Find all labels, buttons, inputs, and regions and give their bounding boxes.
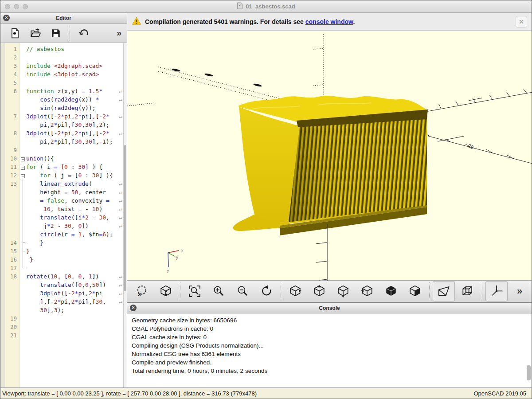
reset-view-button[interactable] [255, 281, 278, 301]
view-bottom-button[interactable] [332, 281, 354, 301]
line-number: 10 [0, 154, 20, 163]
view-front-button[interactable] [380, 281, 402, 301]
code-line[interactable]: 20 [0, 323, 123, 331]
view-perspective-button[interactable] [433, 281, 455, 301]
code-line[interactable]: 15} [0, 247, 123, 255]
view-orthogonal-icon [461, 285, 474, 298]
openscad-window: 01_asbestos.scad ✕ Editor » 1// asbestos… [0, 0, 532, 399]
show-axes-icon [490, 285, 503, 298]
editor-panel: ✕ Editor » 1// asbestos23include <2dgrap… [0, 13, 127, 387]
line-number: 19 [0, 314, 20, 323]
code-line[interactable]: = false, convexity =↵ [0, 196, 123, 205]
editor-toolbar-more-button[interactable]: » [117, 28, 122, 38]
view-top-button[interactable] [308, 281, 330, 301]
code-line[interactable]: 3dplot([-2*pi,2*pi↵ [0, 289, 123, 297]
zoom-out-button[interactable] [231, 281, 254, 301]
code-line[interactable]: 4include <3dplot.scad> [0, 70, 123, 78]
fold-column [20, 62, 26, 70]
save-file-button[interactable] [46, 25, 66, 41]
warning-banner: Compilation generated 5401 warnings. For… [127, 13, 532, 31]
console-window-link[interactable]: console window [305, 18, 353, 25]
code-line[interactable]: pi,2*pi],[30,30],2); [0, 121, 123, 129]
view-back-button[interactable] [404, 281, 426, 301]
code-line[interactable]: 30],3); [0, 306, 123, 314]
code-line[interactable]: pi,2*pi],[30,30],-1); [0, 137, 123, 146]
plot-axis-bottom [316, 224, 327, 281]
code-line[interactable]: 1// asbestos [0, 45, 123, 53]
code-line[interactable]: j*2 - 30, 0])↵ [0, 222, 123, 230]
zoom-in-button[interactable] [207, 281, 230, 301]
open-file-icon [30, 27, 41, 39]
code-line[interactable]: translate([0,0,50])↵ [0, 281, 123, 289]
3d-viewport[interactable]: 20 [127, 31, 532, 280]
line-number [0, 222, 20, 230]
view-toolbar: »» [127, 280, 532, 302]
zoom-window-button[interactable] [23, 4, 28, 9]
close-window-button[interactable] [5, 4, 10, 9]
view-orthogonal-button[interactable] [457, 281, 479, 301]
axis-x-label: x [181, 248, 184, 254]
minimize-window-button[interactable] [14, 4, 19, 9]
code-line[interactable]: 2 [0, 53, 123, 62]
fold-marker [20, 247, 26, 255]
code-line[interactable]: 12– for ( j = [0 : 30] ){ [0, 171, 123, 180]
view-toolbar-more-button[interactable]: » [509, 281, 531, 301]
code-line[interactable]: translate([i*2 - 30,↵ [0, 213, 123, 222]
line-number: 14 [0, 239, 20, 247]
code-line[interactable]: 5 [0, 78, 123, 87]
code-line[interactable]: height = 50, center↵ [0, 188, 123, 196]
fold-column [20, 314, 26, 323]
fold-column [20, 272, 26, 281]
code-line[interactable]: 17 [0, 264, 123, 272]
title-bar[interactable]: 01_asbestos.scad [0, 0, 532, 13]
console-panel: ✕ Console Geometry cache size in bytes: … [127, 302, 532, 387]
code-line[interactable]: 13 linear_extrude(↵ [0, 180, 123, 188]
view-right-button[interactable] [284, 281, 306, 301]
code-line[interactable]: 10, twist = - 10)↵ [0, 205, 123, 213]
console-close-icon[interactable]: ✕ [130, 305, 137, 311]
editor-scrollbar-thumb[interactable] [124, 145, 126, 291]
console-scrollbar[interactable] [527, 314, 531, 387]
code-line[interactable]: 21 [0, 331, 123, 340]
code-line[interactable]: 9 [0, 146, 123, 154]
code-line[interactable]: 83dplot([-2*pi,2*pi],[-2*↵ [0, 129, 123, 137]
axis-y-label: y [176, 254, 179, 260]
console-scrollbar-thumb[interactable] [527, 365, 531, 380]
editor-scrollbar[interactable] [123, 43, 127, 387]
animate-button[interactable]: » [131, 281, 153, 301]
new-file-button[interactable] [5, 25, 25, 41]
code-line[interactable]: 18rotate(10, [0, 0, 1])↵ [0, 272, 123, 281]
code-line[interactable]: 73dplot([-2*pi,2*pi],[-2*↵ [0, 112, 123, 121]
view-front-icon [384, 285, 398, 298]
code-line[interactable]: 16 } [0, 255, 123, 264]
code-line[interactable]: ],[-2*pi,2*pi],[30,↵ [0, 297, 123, 306]
code-line[interactable]: 19 [0, 314, 123, 323]
window-title: 01_asbestos.scad [246, 3, 295, 10]
banner-close-button[interactable]: ✕ [516, 16, 527, 27]
code-line[interactable]: 11–for ( i = [0 : 30] ) { [0, 163, 123, 171]
fold-column [20, 95, 26, 104]
show-axes-button[interactable] [485, 281, 508, 301]
fold-column [20, 87, 26, 95]
code-line[interactable]: circle(r = 1, $fn=6); [0, 230, 123, 239]
render-button[interactable] [155, 281, 177, 301]
code-line[interactable]: cos(rad2deg(x)) *↵ [0, 95, 123, 104]
open-file-button[interactable] [25, 25, 46, 41]
fold-marker[interactable]: – [20, 171, 26, 180]
fold-marker[interactable]: – [20, 163, 26, 171]
undo-button[interactable] [74, 25, 94, 41]
view-left-button[interactable] [356, 281, 378, 301]
fold-marker[interactable]: – [20, 154, 26, 163]
code-line[interactable]: 10–union(){ [0, 154, 123, 163]
editor-close-icon[interactable]: ✕ [3, 15, 10, 21]
zoom-all-button[interactable] [184, 281, 206, 301]
code-editor[interactable]: 1// asbestos23include <2dgraph.scad>4inc… [0, 43, 127, 387]
code-line[interactable]: 3include <2dgraph.scad> [0, 62, 123, 70]
line-number [0, 213, 20, 222]
code-line[interactable]: sin(rad2deg(y)); [0, 104, 123, 112]
console-output[interactable]: Geometry cache size in bytes: 6650696CGA… [127, 313, 532, 387]
code-line[interactable]: 6function z(x,y) = 1.5*↵ [0, 87, 123, 95]
line-number [0, 205, 20, 213]
code-line[interactable]: 14 } [0, 239, 123, 247]
fold-column [20, 281, 26, 289]
